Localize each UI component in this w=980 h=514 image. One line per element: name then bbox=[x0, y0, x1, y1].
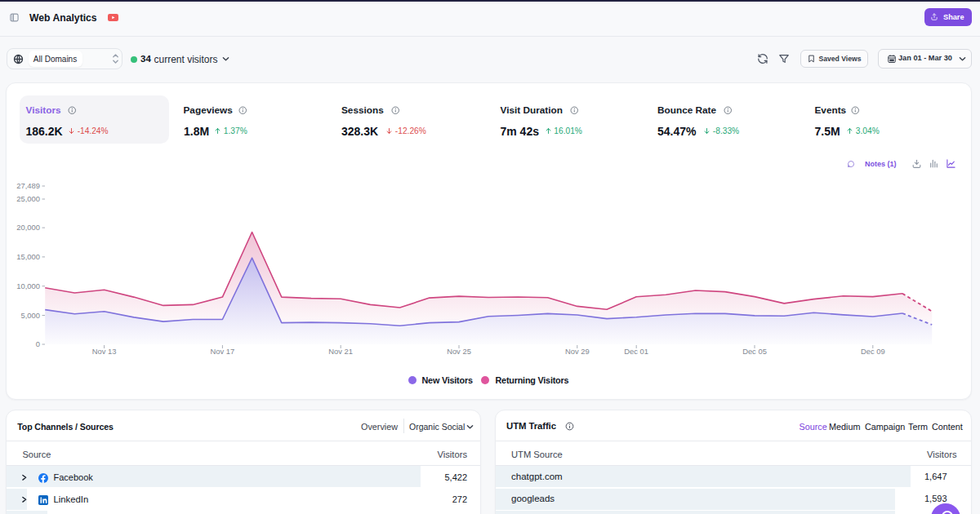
svg-text:Dec 09: Dec 09 bbox=[861, 347, 885, 356]
svg-text:25,000: 25,000 bbox=[16, 194, 40, 203]
svg-text:27,489: 27,489 bbox=[16, 181, 40, 190]
svg-text:Nov 13: Nov 13 bbox=[92, 347, 117, 356]
svg-text:Dec 01: Dec 01 bbox=[624, 347, 648, 356]
svg-text:0: 0 bbox=[36, 339, 40, 348]
svg-text:10,000: 10,000 bbox=[16, 281, 40, 290]
svg-text:Dec 05: Dec 05 bbox=[742, 347, 767, 356]
svg-text:5,000: 5,000 bbox=[21, 311, 40, 320]
svg-text:15,000: 15,000 bbox=[16, 252, 40, 261]
svg-text:Nov 17: Nov 17 bbox=[211, 347, 235, 356]
svg-text:Nov 25: Nov 25 bbox=[447, 347, 471, 356]
svg-text:20,000: 20,000 bbox=[16, 223, 40, 232]
svg-text:Nov 21: Nov 21 bbox=[328, 347, 353, 356]
svg-text:Nov 29: Nov 29 bbox=[565, 347, 590, 356]
